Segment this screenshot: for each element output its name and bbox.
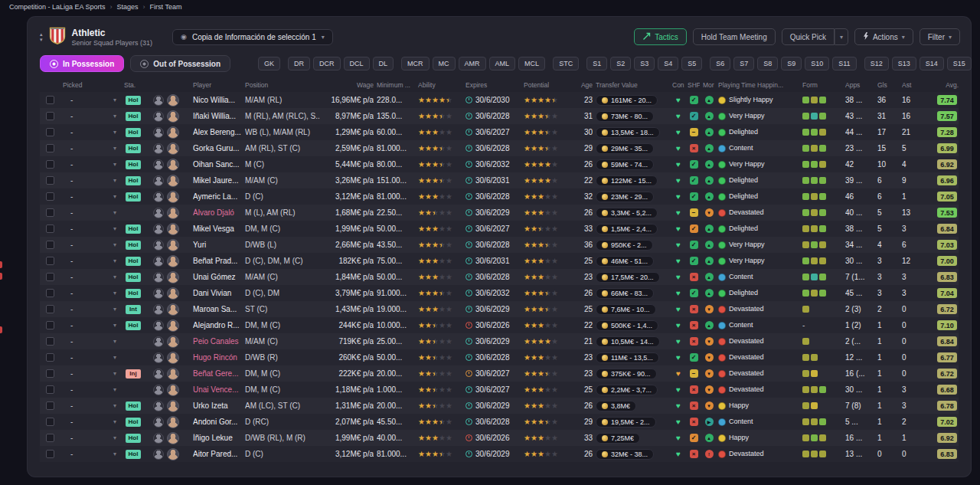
picked-dropdown[interactable]: -▾ xyxy=(63,257,121,265)
table-row[interactable]: -▾HolNico Willia...M/AM (RL)16,96M€ p/a2… xyxy=(40,92,959,108)
row-checkbox[interactable] xyxy=(46,160,54,169)
column-header-age[interactable]: Age xyxy=(573,81,593,89)
player-name[interactable]: Nico Willia... xyxy=(193,96,242,104)
row-checkbox[interactable] xyxy=(46,96,54,104)
row-checkbox[interactable] xyxy=(46,273,54,281)
player-name[interactable]: Oihan Sanc... xyxy=(193,160,242,169)
position-filter-s7[interactable]: S7 xyxy=(733,57,754,70)
picked-dropdown[interactable]: -▾ xyxy=(63,192,121,201)
position-filter-dr[interactable]: DR xyxy=(288,57,310,70)
row-checkbox[interactable] xyxy=(46,128,54,136)
actions-button[interactable]: Actions ▾ xyxy=(854,28,913,45)
transfer-value[interactable]: 7,6M€ - 10... xyxy=(596,304,656,315)
transfer-value[interactable]: 46M€ - 51... xyxy=(596,256,654,267)
transfer-value[interactable]: 3,3M€ - 5,2... xyxy=(596,208,658,218)
position-filter-s15[interactable]: S15 xyxy=(947,57,972,70)
breadcrumb-item[interactable]: Stages xyxy=(117,3,139,11)
column-header-ast[interactable]: Ast xyxy=(902,81,923,89)
player-avatar[interactable] xyxy=(167,126,179,139)
row-checkbox[interactable] xyxy=(46,289,54,297)
table-row[interactable]: -▾HolAndoni Gor...D (RC)2,07M€ p/a45.50.… xyxy=(40,414,959,430)
position-filter-mc[interactable]: MC xyxy=(433,57,456,70)
row-checkbox[interactable] xyxy=(46,321,54,329)
breadcrumb-item[interactable]: First Team xyxy=(150,3,182,11)
table-row[interactable]: -▾Peio CanalesM/AM (C)719K€ p/a25.00...★… xyxy=(40,333,959,349)
column-header-minimum[interactable]: Minimum ... xyxy=(377,81,415,89)
table-row[interactable]: -▾HolIñaki Willia...M (RL), AM (RLC), S.… xyxy=(40,108,959,124)
position-filter-dl[interactable]: DL xyxy=(373,57,394,70)
player-name[interactable]: Beñat Prad... xyxy=(193,257,242,265)
column-header-transfer-value[interactable]: Transfer Value xyxy=(596,81,669,89)
quick-pick-button[interactable]: Quick Pick xyxy=(782,28,835,45)
position-filter-mcl[interactable]: MCL xyxy=(518,57,545,70)
table-row[interactable]: -▾HolÁlex Bereng...WB (L), M/AM (RL)1,29… xyxy=(40,124,959,140)
breadcrumb-item[interactable]: Competition - LaLiga EA Sports xyxy=(9,3,106,11)
column-header-position[interactable]: Position xyxy=(245,81,320,89)
player-name[interactable]: Yuri xyxy=(193,241,242,249)
position-filter-s1[interactable]: S1 xyxy=(586,57,607,70)
transfer-value[interactable]: 950K€ - 2... xyxy=(596,240,653,251)
transfer-value[interactable]: 23M€ - 29... xyxy=(596,192,654,202)
player-avatar[interactable] xyxy=(167,336,179,348)
column-header-potential[interactable]: Potential xyxy=(524,81,570,89)
position-filter-s4[interactable]: S4 xyxy=(658,57,678,70)
transfer-value[interactable]: 7,25M€ xyxy=(596,433,640,444)
picked-dropdown[interactable]: -▾ xyxy=(63,434,121,442)
row-checkbox[interactable] xyxy=(46,112,54,120)
table-row[interactable]: -▾HolUnai GómezM/AM (C)1,84M€ p/a50.00..… xyxy=(40,269,959,285)
player-name[interactable]: Mikel Vesga xyxy=(193,224,242,233)
player-avatar[interactable] xyxy=(167,271,179,283)
picked-dropdown[interactable]: -▾ xyxy=(63,241,121,249)
player-avatar[interactable] xyxy=(167,287,179,300)
player-name[interactable]: Gorka Guru... xyxy=(193,144,242,152)
player-avatar[interactable] xyxy=(167,191,179,203)
table-row[interactable]: -▾InjBeñat Gere...DM, M (C)222K€ p/a20.0… xyxy=(40,365,959,382)
transfer-value[interactable]: 29M€ - 35... xyxy=(596,143,654,154)
row-checkbox[interactable] xyxy=(46,305,54,313)
row-checkbox[interactable] xyxy=(46,241,54,249)
column-header-mor[interactable]: Mor xyxy=(703,81,715,89)
transfer-value[interactable]: 161M€ - 20... xyxy=(596,95,658,106)
column-header-ability[interactable]: Ability xyxy=(418,81,462,89)
row-checkbox[interactable] xyxy=(46,257,54,265)
row-checkbox[interactable] xyxy=(46,353,54,362)
position-filter-s2[interactable]: S2 xyxy=(610,57,631,70)
transfer-value[interactable]: 1,5M€ - 2,4... xyxy=(596,224,658,234)
picked-dropdown[interactable]: -▾ xyxy=(63,401,121,410)
tactics-button[interactable]: Tactics xyxy=(634,28,687,45)
table-row[interactable]: -▾HolUrko IzetaAM (LC), ST (C)1,31M€ p/a… xyxy=(40,398,959,414)
transfer-value[interactable]: 66M€ - 83... xyxy=(596,288,654,299)
picked-dropdown[interactable]: -▾ xyxy=(63,289,121,297)
table-row[interactable]: -▾HolDani VivianD (C), DM3,79M€ p/a91.00… xyxy=(40,285,959,301)
position-filter-s6[interactable]: S6 xyxy=(710,57,730,70)
player-name[interactable]: Beñat Gere... xyxy=(193,369,242,378)
player-name[interactable]: Dani Vivian xyxy=(193,289,242,297)
player-name[interactable]: Hugo Rincón xyxy=(193,353,242,362)
player-avatar[interactable] xyxy=(167,352,179,364)
column-header-wage[interactable]: Wage xyxy=(323,81,374,89)
player-avatar[interactable] xyxy=(167,223,179,235)
transfer-value[interactable]: 122M€ - 15... xyxy=(596,175,658,186)
transfer-value[interactable]: 19,5M€ - 2... xyxy=(596,417,656,428)
player-avatar[interactable] xyxy=(167,432,179,444)
player-avatar[interactable] xyxy=(167,175,179,187)
picked-dropdown[interactable]: -▾ xyxy=(63,144,121,152)
column-header-picked[interactable]: Picked xyxy=(63,81,121,89)
table-row[interactable]: -▾Hugo RincónD/WB (R)260K€ p/a50.00...★★… xyxy=(40,349,959,365)
chevron-down-icon[interactable]: ▾ xyxy=(40,37,43,42)
picked-dropdown[interactable]: -▾ xyxy=(63,208,121,217)
player-avatar[interactable] xyxy=(167,384,179,396)
position-filter-s3[interactable]: S3 xyxy=(634,57,655,70)
player-avatar[interactable] xyxy=(167,368,179,380)
row-checkbox[interactable] xyxy=(46,434,54,442)
picked-dropdown[interactable]: -▾ xyxy=(63,273,121,281)
picked-dropdown[interactable]: -▾ xyxy=(63,160,121,169)
picked-dropdown[interactable]: -▾ xyxy=(63,176,121,185)
player-name[interactable]: Aitor Pared... xyxy=(193,450,242,458)
player-name[interactable]: Álvaro Djaló xyxy=(193,208,242,217)
player-avatar[interactable] xyxy=(167,400,179,412)
table-row[interactable]: -▾HolMikel VesgaDM, M (C)1,99M€ p/a50.00… xyxy=(40,221,959,237)
transfer-value[interactable]: 3,8M€ xyxy=(596,401,636,411)
player-avatar[interactable] xyxy=(167,255,179,267)
column-header-sta[interactable]: Sta. xyxy=(124,81,149,89)
